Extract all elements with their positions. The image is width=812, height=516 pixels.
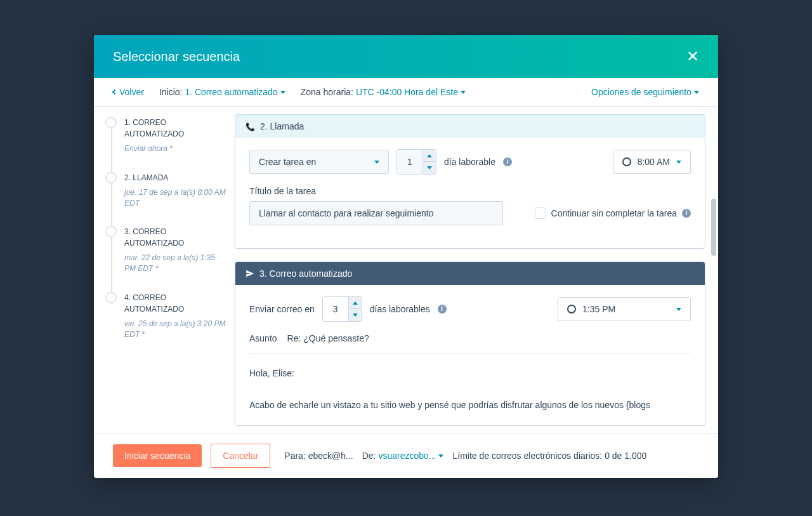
caret-down-icon bbox=[353, 314, 358, 317]
caret-down-icon bbox=[280, 91, 285, 94]
start-section: Inicio: 1. Correo automatizado bbox=[159, 87, 285, 97]
limit-label: Límite de correos electrónicos diarios: bbox=[452, 451, 602, 461]
call-card: 2. Llamada Crear tarea en bbox=[235, 114, 705, 249]
email-time-select[interactable]: 1:35 PM bbox=[558, 297, 691, 321]
to-label: Para: bbox=[284, 451, 305, 461]
step-item-2[interactable]: 2. LLAMADA jue. 17 de sep a la(s) 8:00 A… bbox=[105, 172, 226, 227]
caret-down-icon bbox=[438, 454, 443, 458]
caret-down-icon bbox=[461, 91, 466, 94]
email-schedule-row: Enviar correo en días laborables i bbox=[249, 296, 691, 322]
tz-dropdown[interactable]: UTC -04:00 Hora del Este bbox=[356, 87, 466, 97]
step-down-button[interactable] bbox=[349, 309, 362, 321]
modal-body: 1. CORREO AUTOMATIZADO Enviar ahora * 2.… bbox=[94, 107, 718, 433]
from-label: De: bbox=[362, 451, 376, 461]
email-body[interactable]: Hola, Elise: Acabo de echarle un vistazo… bbox=[249, 366, 691, 414]
caret-up-icon bbox=[353, 301, 358, 305]
days-input[interactable] bbox=[397, 150, 422, 174]
caret-down-icon bbox=[374, 161, 379, 164]
info-icon[interactable]: i bbox=[503, 157, 512, 166]
email-days-input[interactable] bbox=[323, 297, 348, 321]
email-text: Acabo de echarle un vistazo a tu sitio w… bbox=[249, 397, 691, 413]
alarm-clock-icon bbox=[567, 305, 576, 314]
email-header-title: 3. Correo automatizado bbox=[259, 268, 352, 279]
modal-header: Seleccionar secuencia ✕ bbox=[94, 35, 718, 78]
caret-down-icon bbox=[676, 308, 681, 311]
continue-checkbox[interactable] bbox=[535, 208, 546, 219]
start-dropdown[interactable]: 1. Correo automatizado bbox=[185, 87, 285, 97]
caret-down-icon bbox=[676, 161, 681, 164]
step-subtitle: vie. 25 de sep a la(s) 3:20 PM EDT * bbox=[124, 319, 226, 340]
step-item-4[interactable]: 4. CORREO AUTOMATIZADO vie. 25 de sep a … bbox=[105, 292, 226, 358]
modal-subheader: Volver Inicio: 1. Correo automatizado Zo… bbox=[94, 78, 718, 107]
email-card-body: Enviar correo en días laborables i bbox=[235, 285, 705, 425]
step-up-button[interactable] bbox=[423, 150, 436, 162]
step-subtitle: mar. 22 de sep a la(s) 1:35 PM EDT * bbox=[124, 253, 226, 274]
cancel-button[interactable]: Cancelar bbox=[211, 444, 270, 468]
continue-label: Continuar sin completar la tarea bbox=[551, 208, 677, 218]
email-card-header: 3. Correo automatizado bbox=[235, 262, 705, 285]
step-title: 4. CORREO AUTOMATIZADO bbox=[124, 292, 226, 315]
step-title: 2. LLAMADA bbox=[124, 172, 226, 183]
stepper-buttons bbox=[348, 297, 362, 321]
info-icon[interactable]: i bbox=[438, 305, 447, 314]
subject-row: Asunto Re: ¿Qué pensaste? bbox=[249, 333, 691, 354]
steps-sidebar: 1. CORREO AUTOMATIZADO Enviar ahora * 2.… bbox=[94, 107, 231, 433]
step-up-button[interactable] bbox=[349, 297, 362, 309]
caret-up-icon bbox=[427, 154, 432, 157]
to-value: ebeck@h... bbox=[308, 451, 353, 461]
limit-section: Límite de correos electrónicos diarios: … bbox=[452, 451, 646, 461]
from-dropdown[interactable]: vsuarezcobo... bbox=[378, 451, 443, 461]
send-label: Enviar correo en bbox=[249, 304, 315, 314]
email-days-stepper[interactable] bbox=[322, 296, 362, 322]
step-title: 3. CORREO AUTOMATIZADO bbox=[124, 226, 226, 249]
call-time-select[interactable]: 8:00 AM bbox=[613, 150, 691, 174]
email-greeting: Hola, Elise: bbox=[249, 366, 691, 381]
alarm-clock-icon bbox=[622, 157, 631, 166]
step-title: 1. CORREO AUTOMATIZADO bbox=[124, 117, 226, 140]
sequence-modal: Seleccionar secuencia ✕ Volver Inicio: 1… bbox=[94, 35, 718, 478]
close-icon[interactable]: ✕ bbox=[686, 48, 699, 65]
to-section: Para: ebeck@h... bbox=[284, 451, 353, 461]
back-label: Volver bbox=[119, 87, 144, 97]
paper-plane-icon bbox=[246, 269, 254, 278]
chevron-left-icon bbox=[112, 89, 117, 95]
days-stepper[interactable] bbox=[396, 149, 436, 175]
modal-title: Seleccionar secuencia bbox=[113, 50, 240, 64]
from-section: De: vsuarezcobo... bbox=[362, 451, 444, 461]
call-schedule-row: Crear tarea en día laborable i bbox=[249, 149, 691, 175]
email-day-label: días laborables bbox=[370, 304, 430, 314]
main-content: 2. Llamada Crear tarea en bbox=[231, 107, 718, 433]
step-circle-icon bbox=[105, 292, 117, 303]
step-down-button[interactable] bbox=[423, 162, 436, 174]
back-button[interactable]: Volver bbox=[113, 87, 144, 97]
start-sequence-button[interactable]: Iniciar secuencia bbox=[113, 444, 202, 467]
scrollbar[interactable] bbox=[711, 199, 716, 256]
phone-icon bbox=[246, 121, 255, 131]
followup-options-dropdown[interactable]: Opciones de seguimiento bbox=[591, 87, 699, 97]
step-subtitle: jue. 17 de sep a la(s) 8:00 AM EDT bbox=[124, 187, 226, 209]
day-label: día laborable bbox=[444, 157, 495, 167]
start-label: Inicio: bbox=[159, 87, 183, 97]
step-subtitle: Enviar ahora * bbox=[124, 143, 226, 154]
timezone-section: Zona horaria: UTC -04:00 Hora del Este bbox=[301, 87, 466, 97]
tz-label: Zona horaria: bbox=[301, 87, 353, 97]
call-header-title: 2. Llamada bbox=[260, 121, 304, 131]
subject-value: Re: ¿Qué pensaste? bbox=[287, 333, 369, 343]
step-circle-icon bbox=[105, 172, 117, 183]
limit-value: 0 de 1.000 bbox=[605, 451, 646, 461]
email-card: 3. Correo automatizado Enviar correo en … bbox=[235, 261, 705, 426]
caret-down-icon bbox=[694, 91, 699, 94]
info-icon[interactable]: i bbox=[682, 209, 691, 218]
task-title-label: Título de la tarea bbox=[249, 186, 691, 196]
modal-footer: Iniciar secuencia Cancelar Para: ebeck@h… bbox=[94, 433, 718, 478]
step-item-1[interactable]: 1. CORREO AUTOMATIZADO Enviar ahora * bbox=[105, 117, 226, 172]
call-card-header: 2. Llamada bbox=[235, 115, 705, 138]
continue-checkbox-row: Continuar sin completar la tarea i bbox=[535, 208, 691, 219]
task-title-input[interactable] bbox=[249, 201, 503, 225]
create-task-select[interactable]: Crear tarea en bbox=[249, 150, 389, 174]
task-title-row: Continuar sin completar la tarea i bbox=[249, 201, 691, 225]
step-item-3[interactable]: 3. CORREO AUTOMATIZADO mar. 22 de sep a … bbox=[105, 226, 226, 292]
subject-label: Asunto bbox=[249, 333, 277, 343]
step-circle-icon bbox=[105, 226, 117, 237]
step-circle-icon bbox=[105, 117, 117, 128]
